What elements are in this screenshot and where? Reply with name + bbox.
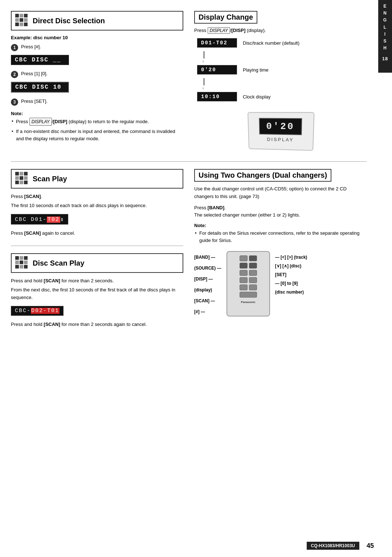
note-title: Note: xyxy=(11,111,183,116)
page-footer: CQ-HX1083/HR1003U 45 xyxy=(307,542,374,550)
disc-scan-cancel: Press and hold [SCAN] for more than 2 se… xyxy=(11,321,183,328)
remote-top-row xyxy=(240,255,257,261)
flow-item-2: 0'20 Playing time xyxy=(197,64,367,76)
note-section: Note: Press DISPLAY/[DISP] (display) to … xyxy=(11,111,183,142)
scan-play-icon xyxy=(15,172,29,186)
disp-bold: [DISP] xyxy=(53,119,67,124)
right-column: Display Change Press DISPLAY/[DISP] (dis… xyxy=(194,11,367,150)
remote-labels-right: — [<] [>] (track) [∨] [∧] (disc) [SET] —… xyxy=(275,251,307,295)
scan-label: [SCAN] — xyxy=(194,298,221,303)
display-label: (display) xyxy=(194,287,221,292)
scan-cursor: ▮ xyxy=(60,217,64,223)
grid-dot xyxy=(24,14,28,17)
scan-play-header: Scan Play xyxy=(11,169,183,189)
grid-dot xyxy=(20,172,23,175)
step-1-num: 1 xyxy=(11,44,18,51)
visual-display-value: 0'20 xyxy=(259,118,302,135)
band-label: [BAND] — xyxy=(194,255,221,260)
remote-labels-left: [BAND] — (SOURCE) — [DISP] — (display) [… xyxy=(194,251,221,314)
divider-1 xyxy=(11,161,367,162)
remote-row-3 xyxy=(240,270,257,276)
right-col-bottom: Using Two Changers (Dual changers) Use t… xyxy=(194,169,367,337)
grid-dot xyxy=(15,14,19,17)
display-change-press: Press DISPLAY/[DISP] (display). xyxy=(194,27,367,34)
direct-disc-title: Direct Disc Selection xyxy=(33,17,105,25)
scan-bold-4: [SCAN] xyxy=(44,322,60,327)
step-2-num: 2 xyxy=(11,71,18,78)
option3-display: 10:10 xyxy=(197,92,237,101)
changers-note-1: For details on the Sirius receiver conne… xyxy=(194,230,367,244)
grid-dot xyxy=(15,18,19,22)
zero-nine-label: — [0] to [9] xyxy=(275,281,307,286)
side-tab-letters: ENGLISH xyxy=(380,3,391,52)
band-press-title: Press [BAND]. xyxy=(194,204,367,212)
left-col-bottom: Scan Play Press [SCAN]. The first 10 sec… xyxy=(11,169,183,337)
step-2-display: CBC DISC 10 xyxy=(11,82,69,93)
track-label: — [<] [>] (track) xyxy=(275,255,307,260)
main-content: Direct Disc Selection Example: disc numb… xyxy=(0,0,392,348)
remote-row-5 xyxy=(240,284,257,290)
grid-dot xyxy=(20,14,23,17)
disc-scan-press: Press and hold [SCAN] for more than 2 se… xyxy=(11,277,183,285)
grid-icon xyxy=(15,14,29,26)
scan-highlight: T02 xyxy=(47,217,60,223)
scan-bold-2: [SCAN] xyxy=(24,230,41,236)
step-1-display: CBC DISC __ xyxy=(11,55,69,65)
band-press-text: The selected changer number (either 1 or… xyxy=(194,211,367,219)
remote-btn-6 xyxy=(249,270,257,276)
grid-dot xyxy=(15,172,19,175)
grid-dot xyxy=(15,265,19,269)
display-kbd: DISPLAY xyxy=(29,118,52,126)
step-2-text: Press [1] [0]. xyxy=(21,70,48,77)
scan-play-display: CBC D01-T02▮ xyxy=(11,214,68,225)
remote-btn-4 xyxy=(249,263,257,269)
display-visual: 0'20 DISPLAY xyxy=(194,109,367,150)
changers-body: Use the dual changer control unit (CA-CD… xyxy=(194,185,367,201)
divider-2 xyxy=(11,246,183,246)
option1-display: D01-T02 xyxy=(197,38,237,48)
direct-disc-icon xyxy=(15,14,29,28)
disc-scan-play-header: Disc Scan Play xyxy=(11,253,183,273)
grid-dot xyxy=(24,18,28,22)
grid-dot xyxy=(20,261,23,264)
disc-scan-body: From the next disc, the first 10 seconds… xyxy=(11,286,183,302)
disc-scan-red: D02-T01 xyxy=(31,308,60,314)
source-label: (SOURCE) — xyxy=(194,266,221,271)
step-2: 2 Press [1] [0]. xyxy=(11,70,183,78)
disc-scan-play-section: Disc Scan Play Press and hold [SCAN] for… xyxy=(11,253,183,328)
scan-play-body: The first 10 seconds of each track on al… xyxy=(11,202,183,210)
top-columns: Direct Disc Selection Example: disc numb… xyxy=(11,11,367,150)
disp-label: [DISP] — xyxy=(194,277,221,282)
grid-dot xyxy=(24,23,28,26)
grid-dot xyxy=(24,172,28,175)
flow-container: D01-T02 Disc/track number (default) ↓ 0'… xyxy=(197,37,367,103)
note-item-2: If a non-existent disc number is input a… xyxy=(11,128,183,142)
disc-scan-play-title: Disc Scan Play xyxy=(33,259,84,267)
remote-logo: Panasonic xyxy=(241,300,256,304)
remote-btn-5 xyxy=(240,270,248,276)
remote-btn-10 xyxy=(249,284,257,290)
scan-play-title: Scan Play xyxy=(33,175,67,183)
changers-title: Using Two Changers (Dual changers) xyxy=(199,171,327,179)
display-kbd-2: DISPLAY xyxy=(208,27,230,34)
remote-btn-8 xyxy=(249,277,257,283)
grid-dot xyxy=(15,256,19,260)
remote-control-image: Panasonic xyxy=(226,251,270,316)
grid-dot xyxy=(24,261,28,264)
grid-dot xyxy=(20,265,23,269)
disc-scan-display: CBC-D02-T01 xyxy=(11,306,64,316)
remote-btn-1 xyxy=(240,255,248,261)
scan-bold-3: [SCAN] xyxy=(44,278,60,283)
disc-number-label: (disc number) xyxy=(275,290,307,295)
grid-dot xyxy=(24,181,28,184)
step-3-text: Press [SET]. xyxy=(21,98,48,105)
scan-play-section: Scan Play Press [SCAN]. The first 10 sec… xyxy=(11,169,183,237)
disp-bold-2: [DISP] xyxy=(231,28,245,33)
step-1: 1 Press [#]. xyxy=(11,43,183,51)
disc-nav-label: [∨] [∧] (disc) xyxy=(275,263,307,269)
visual-display-label: DISPLAY xyxy=(260,137,302,143)
note-item-1: Press DISPLAY/[DISP] (display) to return… xyxy=(11,118,183,126)
option2-label: Playing time xyxy=(243,67,269,73)
grid-dot xyxy=(15,181,19,184)
remote-btn-2 xyxy=(249,255,257,261)
